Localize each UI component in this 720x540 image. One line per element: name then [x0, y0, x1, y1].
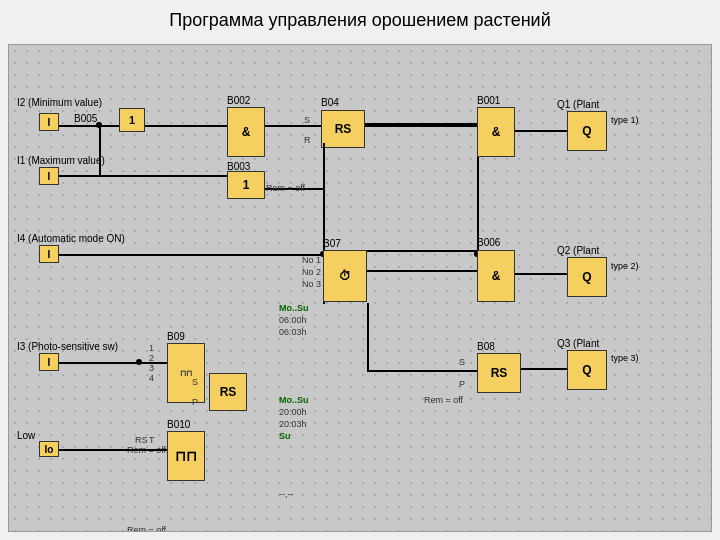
block-B07: ⏱ — [323, 250, 367, 302]
wire-I4 — [59, 254, 324, 256]
rem-off-3: Rem = off — [424, 395, 463, 405]
block-B09-RS: RS — [209, 373, 247, 411]
block-symbol: & — [242, 125, 251, 139]
input-I4-label: I4 (Automatic mode ON) — [17, 233, 125, 244]
b09rs-s: S — [192, 377, 198, 387]
b09rs-symbol: RS — [220, 385, 237, 399]
block-symbol: & — [492, 125, 501, 139]
wire-low — [59, 449, 167, 451]
block-B002: & — [227, 107, 265, 157]
type3-label: type 3) — [611, 353, 639, 363]
wire — [265, 125, 324, 127]
input-I4-block: I — [39, 245, 59, 263]
block-B04: RS — [321, 110, 365, 148]
type2-label: type 2) — [611, 261, 639, 271]
block-B006: & — [477, 250, 515, 302]
block-label-B001: B001 — [477, 95, 500, 106]
i4-symbol: I — [48, 249, 51, 260]
block-symbol: 1 — [243, 178, 250, 192]
input-I1-label: I1 (Maximum value) — [17, 155, 105, 166]
b09-inputs: 1234 — [149, 343, 154, 383]
b09-top: ⊓⊓ — [180, 369, 192, 378]
wire-area-h — [367, 250, 477, 252]
b09rs-p: P — [192, 397, 198, 407]
b04-r-label: R — [304, 135, 311, 145]
rem-off-4: Rem = off — [127, 525, 166, 532]
block-label-B002: B002 — [227, 95, 250, 106]
schedule-mo-su-1: Mo..Su — [279, 303, 309, 313]
b08-p: P — [459, 379, 465, 389]
block-Q3: Q — [567, 350, 607, 390]
block-label-B010: B010 — [167, 419, 190, 430]
wire-B08-Q3 — [521, 368, 567, 370]
i3-symbol: I — [48, 357, 51, 368]
no2-label: No 2 — [302, 267, 321, 277]
type1-label: type 1) — [611, 115, 639, 125]
b006-symbol: & — [492, 269, 501, 283]
junction-dot-4 — [136, 359, 142, 365]
wire-timer-B08 — [367, 370, 477, 372]
time-2003: 20:03h — [279, 419, 307, 429]
rem-off-1: Rem = off — [266, 183, 305, 193]
i1-symbol: I — [48, 171, 51, 182]
dashes: --,-- — [279, 489, 294, 499]
wire-timer-v — [367, 303, 369, 370]
wire — [99, 175, 229, 177]
b08-s: S — [459, 357, 465, 367]
block-B08: RS — [477, 353, 521, 393]
block-label-B006: B006 — [477, 237, 500, 248]
page-title: Программа управления орошением растений — [0, 0, 720, 37]
wire-B001-down — [477, 157, 479, 250]
wire-B07-B006 — [367, 270, 477, 272]
schedule-su: Su — [279, 431, 291, 441]
wire-B04-B001 — [365, 123, 477, 125]
input-I2-label: I2 (Minimum value) — [17, 97, 102, 108]
page-container: Программа управления орошением растений … — [0, 0, 720, 540]
input-low-block: Io — [39, 441, 59, 457]
i2-value: 1 — [129, 114, 135, 126]
low-symbol: Io — [45, 444, 54, 455]
no1-label: No 1 — [302, 255, 321, 265]
input-I2-block: I — [39, 113, 59, 131]
block-label-B07: B07 — [323, 238, 341, 249]
diagram-area: & B002 RS B04 S R & B001 Q Q1 (Plant typ… — [8, 44, 712, 532]
b010-t: T — [149, 435, 155, 445]
block-symbol: RS — [335, 122, 352, 136]
wire — [99, 125, 101, 175]
block-label-B003: B003 — [227, 161, 250, 172]
b07-symbol: ⏱ — [339, 269, 351, 283]
no3-label: No 3 — [302, 279, 321, 289]
block-label-Q3: Q3 (Plant — [557, 338, 599, 349]
block-label-B08: B08 — [477, 341, 495, 352]
block-label-B09: B09 — [167, 331, 185, 342]
block-B001: & — [477, 107, 515, 157]
block-label-Q2: Q2 (Plant — [557, 245, 599, 256]
b010-symbol: ⊓⊓ — [175, 448, 197, 464]
i2-value-block: 1 — [119, 108, 145, 132]
b005-label: B005 — [74, 113, 97, 124]
block-B003: 1 — [227, 171, 265, 199]
rs-label: RS — [135, 435, 148, 445]
block-B010: ⊓⊓ — [167, 431, 205, 481]
q2-symbol: Q — [582, 270, 591, 284]
block-B09: ⊓⊓ — [167, 343, 205, 403]
block-symbol: Q — [582, 124, 591, 138]
wire — [364, 125, 479, 127]
block-Q2: Q — [567, 257, 607, 297]
wire-B006-Q2 — [515, 273, 567, 275]
schedule-mo-su-2: Mo..Su — [279, 395, 309, 405]
i2-symbol: I — [48, 117, 51, 128]
input-low-label: Low — [17, 430, 35, 441]
junction-dot-1 — [96, 122, 102, 128]
input-I3-label: I3 (Photo-sensitive sw) — [17, 341, 118, 352]
time-2000: 20:00h — [279, 407, 307, 417]
input-I3-block: I — [39, 353, 59, 371]
block-label-B04: B04 — [321, 97, 339, 108]
b08-symbol: RS — [491, 366, 508, 380]
block-Q1: Q — [567, 111, 607, 151]
b04-s-label: S — [304, 115, 310, 125]
block-label-Q1: Q1 (Plant — [557, 99, 599, 110]
time-0600: 06:00h — [279, 315, 307, 325]
input-I1-block: I — [39, 167, 59, 185]
time-0603: 06:03h — [279, 327, 307, 337]
